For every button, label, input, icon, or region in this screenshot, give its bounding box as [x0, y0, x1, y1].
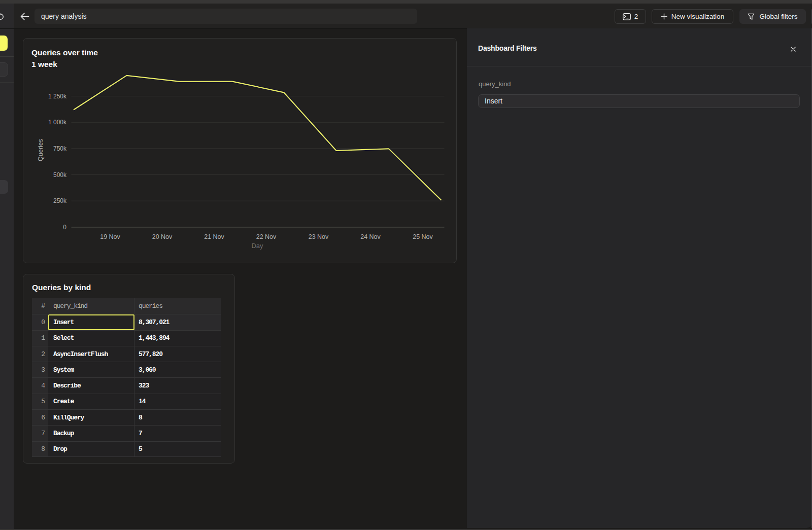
- svg-text:19 Nov: 19 Nov: [100, 233, 120, 240]
- svg-text:0: 0: [63, 224, 66, 231]
- svg-text:20 Nov: 20 Nov: [152, 233, 173, 240]
- svg-text:25 Nov: 25 Nov: [413, 233, 433, 240]
- svg-text:Queries: Queries: [37, 139, 44, 161]
- svg-text:1 000k: 1 000k: [48, 119, 67, 126]
- svg-text:Day: Day: [251, 242, 263, 250]
- svg-text:24 Nov: 24 Nov: [360, 233, 381, 240]
- svg-text:250k: 250k: [53, 197, 67, 204]
- svg-text:23 Nov: 23 Nov: [309, 233, 329, 240]
- svg-text:1 250k: 1 250k: [48, 93, 67, 100]
- svg-text:750k: 750k: [53, 145, 67, 152]
- svg-text:500k: 500k: [53, 171, 67, 179]
- svg-text:22 Nov: 22 Nov: [256, 233, 277, 240]
- svg-text:21 Nov: 21 Nov: [204, 233, 224, 240]
